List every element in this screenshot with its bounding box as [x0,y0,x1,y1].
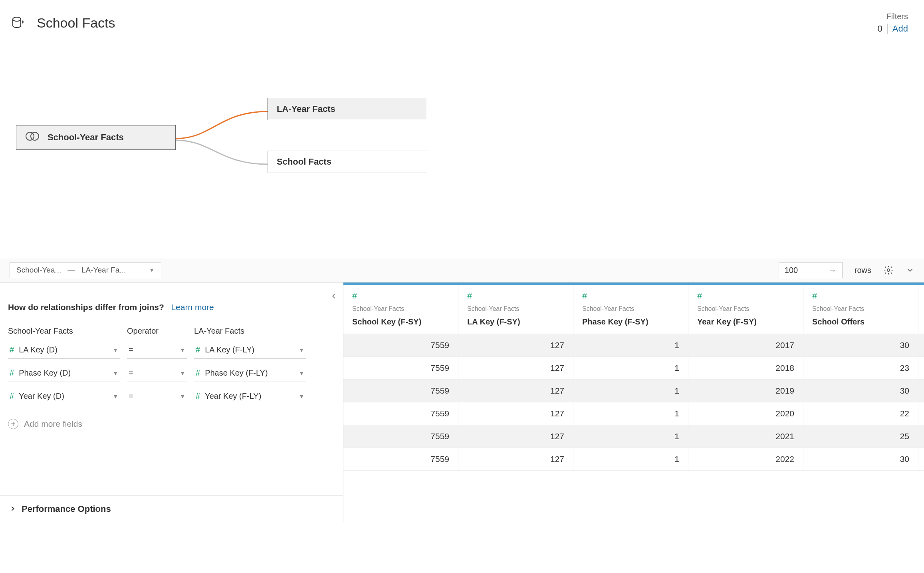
join-icon [25,131,40,144]
table-cell: 1 [573,402,688,425]
table-cell: 1 [573,380,688,402]
right-field-selector[interactable]: #LA Key (F-LY) ▼ [194,341,306,359]
rows-label: rows [855,266,871,275]
operator-selector[interactable]: = ▼ [127,388,187,405]
column-header[interactable]: # School-Year Facts School Offers [803,285,918,334]
table-cell: 30 [803,380,918,402]
chevron-down-icon: ▼ [180,347,185,353]
number-type-icon: # [10,392,14,401]
table-cell: 22 [803,402,918,425]
number-type-icon: # [196,345,200,354]
right-field-selector[interactable]: #Phase Key (F-LY) ▼ [194,364,306,382]
number-type-icon: # [697,291,794,301]
column-header[interactable]: # School-Year Facts Phase Key (F-SY) [573,285,688,334]
table-row[interactable]: 75591271202230 [343,448,924,471]
header-bar: School Facts Filters 0 Add [0,0,924,42]
table-row[interactable]: 75591271201730 [343,334,924,357]
datasource-title[interactable]: School Facts [37,15,878,31]
relationship-selector[interactable]: School-Yea... — LA-Year Fa... ▼ [10,262,161,278]
chevron-down-icon: ▼ [113,347,118,353]
table-cell: 1 [573,357,688,379]
table-cell: 30 [803,334,918,356]
col-header-operator: Operator [127,326,187,341]
rel-left: School-Yea... [16,266,61,274]
table-row[interactable]: 75591271202022 [343,402,924,425]
table-cell: 1 [573,425,688,448]
relationship-grid: School-Year Facts Operator LA-Year Facts… [8,326,331,411]
table-cell: 127 [458,357,573,379]
chevron-down-icon: ▼ [113,370,118,376]
svg-point-3 [887,269,890,272]
operator-selector[interactable]: = ▼ [127,364,187,382]
left-field-selector[interactable]: #LA Key (D) ▼ [8,341,120,359]
right-field-selector[interactable]: #Year Key (F-LY) ▼ [194,388,306,405]
gear-icon[interactable] [883,265,894,275]
number-type-icon: # [196,368,200,378]
number-type-icon: # [196,392,200,401]
number-type-icon: # [10,345,14,354]
table-cell: 7559 [343,334,458,356]
performance-options-toggle[interactable]: Performance Options [0,495,343,522]
left-field-selector[interactable]: #Phase Key (D) ▼ [8,364,120,382]
column-header[interactable]: # School-Year Facts Year Key (F-SY) [688,285,803,334]
chevron-left-icon[interactable] [330,290,337,303]
number-type-icon: # [352,291,449,301]
svg-point-1 [26,132,34,140]
operator-selector[interactable]: = ▼ [127,341,187,359]
col-header-left: School-Year Facts [8,326,120,341]
table-cell: 2017 [688,334,803,356]
chevron-down-icon[interactable] [906,266,914,275]
data-preview-grid: # School-Year Facts School Key (F-SY) # … [343,283,924,522]
table-cell: 2020 [688,402,803,425]
table-cell: 7559 [343,380,458,402]
table-cell: 2019 [688,380,803,402]
table-cell: 7559 [343,425,458,448]
table-cell: 7559 [343,402,458,425]
table-cell: 127 [458,380,573,402]
table-cell: 7559 [343,357,458,379]
relationship-edges [0,42,359,202]
table-cell: 1 [573,334,688,356]
column-header[interactable]: # School-Year Facts LA Key (F-SY) [458,285,573,334]
table-row[interactable]: 75591271201823 [343,357,924,380]
datasource-icon[interactable] [12,17,25,30]
grid-body: 7559127120173075591271201823755912712019… [343,334,924,471]
table-cell: 127 [458,425,573,448]
help-text: How do relationships differ from joins? … [8,302,331,312]
chevron-right-icon [10,504,16,514]
number-type-icon: # [467,291,564,301]
number-type-icon: # [582,291,679,301]
add-filter-link[interactable]: Add [892,24,908,34]
table-cell: 30 [803,448,918,470]
table-node-school-facts[interactable]: School Facts [268,151,427,173]
left-field-selector[interactable]: #Year Key (D) ▼ [8,388,120,405]
chevron-down-icon: ▼ [113,393,118,400]
table-node-school-year-facts[interactable]: School-Year Facts [16,125,176,150]
table-row[interactable]: 75591271201930 [343,380,924,402]
column-header[interactable]: # School-Year Facts School Key (F-SY) [343,285,458,334]
chevron-down-icon: ▼ [149,267,155,273]
chevron-down-icon: ▼ [299,370,304,376]
learn-more-link[interactable]: Learn more [171,302,214,312]
chevron-down-icon: ▼ [180,393,185,400]
add-more-fields-button[interactable]: + Add more fields [8,419,331,429]
chevron-down-icon: ▼ [180,370,185,376]
table-cell: 7559 [343,448,458,470]
number-type-icon: # [10,368,14,378]
filters-label: Filters [878,12,908,21]
table-cell: 127 [458,402,573,425]
table-node-label: LA-Year Facts [277,104,335,114]
row-limit-input[interactable]: 100 → [779,262,843,278]
chevron-down-icon: ▼ [299,393,304,400]
filters-count: 0 [878,24,888,34]
relationship-canvas[interactable]: School-Year Facts LA-Year Facts School F… [0,42,924,258]
col-header-right: LA-Year Facts [194,326,306,341]
arrow-right-icon: → [829,266,837,275]
table-cell: 2018 [688,357,803,379]
row-limit-value: 100 [785,266,798,275]
table-row[interactable]: 75591271202125 [343,425,924,448]
number-type-icon: # [812,291,909,301]
table-cell: 2022 [688,448,803,470]
table-node-label: School-Year Facts [48,132,124,143]
table-node-la-year-facts[interactable]: LA-Year Facts [268,98,427,120]
